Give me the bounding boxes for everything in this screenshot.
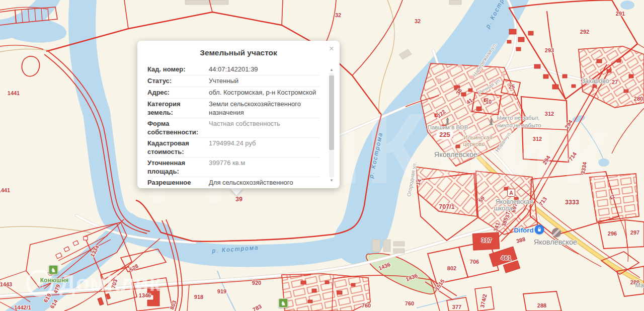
field-label: Форма собственности: bbox=[147, 120, 207, 136]
scrollbar-thumb[interactable] bbox=[329, 75, 334, 150]
field-value: обл. Костромская, р-н Костромской bbox=[207, 89, 319, 97]
popup-row: Адрес:обл. Костромская, р-н Костромской bbox=[147, 87, 319, 99]
popup-row: Статус:Учтенный bbox=[147, 75, 319, 87]
cadastral-map-app: ДомКлик ⌂ ДомКлик 3232291292293144114413… bbox=[0, 0, 644, 311]
field-value: Земли сельскохозяйственного назначения bbox=[207, 100, 319, 117]
close-icon[interactable]: × bbox=[329, 44, 334, 53]
popup-row: Кад. номер:44:07:142201:39 bbox=[147, 64, 319, 75]
field-value: Частная собственность bbox=[207, 120, 319, 136]
popup-row: Кадастровая стоимость:1794994.24 руб bbox=[147, 138, 319, 158]
field-value: 44:07:142201:39 bbox=[207, 65, 319, 74]
parcel-attributes-table: Кад. номер:44:07:142201:39Статус:Учтенны… bbox=[147, 64, 319, 188]
popup-row: Категория земель:Земли сельскохозяйствен… bbox=[147, 99, 319, 118]
scrollbar-track[interactable] bbox=[329, 73, 334, 177]
field-label: Статус: bbox=[147, 77, 207, 86]
popup-row: Форма собственности:Частная собственност… bbox=[147, 118, 319, 138]
popup-row: Разрешенное использование:Для сельскохоз… bbox=[147, 177, 319, 188]
field-label: Уточненная площадь: bbox=[147, 159, 207, 176]
popup-scrollbar[interactable]: ▲ ▼ bbox=[329, 67, 335, 183]
field-label: Адрес: bbox=[147, 89, 207, 97]
field-value: 1794994.24 руб bbox=[207, 139, 319, 156]
field-label: Кад. номер: bbox=[147, 65, 207, 74]
scroll-up-icon[interactable]: ▲ bbox=[329, 67, 335, 72]
field-value: 399776 кв.м bbox=[207, 159, 319, 176]
field-value: Для сельскохозяйственного производства (… bbox=[207, 179, 319, 188]
parcel-info-popup: × Земельный участок Кад. номер:44:07:142… bbox=[137, 41, 340, 188]
field-label: Кадастровая стоимость: bbox=[147, 139, 207, 156]
field-label: Категория земель: bbox=[147, 100, 207, 117]
popup-tail bbox=[229, 188, 244, 195]
field-label: Разрешенное использование: bbox=[147, 179, 207, 188]
popup-title: Земельный участок bbox=[137, 48, 340, 57]
popup-row: Уточненная площадь:399776 кв.м bbox=[147, 158, 319, 177]
field-value: Учтенный bbox=[207, 77, 319, 86]
scroll-down-icon[interactable]: ▼ bbox=[329, 178, 335, 183]
